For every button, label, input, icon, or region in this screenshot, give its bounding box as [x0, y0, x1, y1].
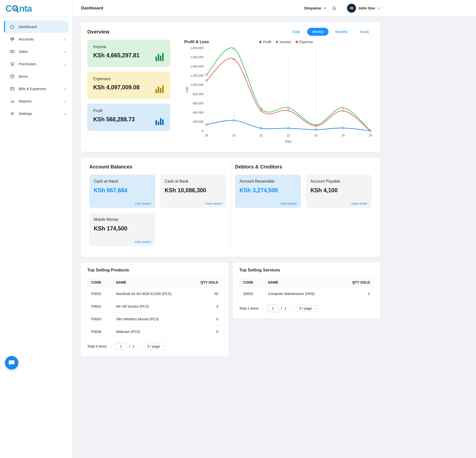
- cell-code: P0003: [87, 313, 112, 326]
- report-icon: [9, 98, 15, 104]
- view-detail-link[interactable]: View detail›: [134, 239, 152, 244]
- scales-icon: [9, 36, 15, 42]
- page-input[interactable]: [115, 343, 127, 350]
- user-menu[interactable]: JD John Doe: [347, 4, 380, 13]
- sidebar-item-sales[interactable]: Sales ›: [4, 45, 68, 58]
- sidebar-item-dashboard[interactable]: Dashboard: [4, 21, 68, 33]
- total-pages: 1: [284, 306, 286, 310]
- bar-chart-icon: [155, 85, 164, 94]
- balance-tile-mobile-money: Mobile Money KSh 174,500 View detail›: [89, 213, 155, 246]
- bill-icon: [9, 86, 15, 92]
- cell-qty: 50: [191, 288, 222, 300]
- svg-text:21: 21: [260, 134, 263, 137]
- notifications-button[interactable]: [331, 5, 337, 11]
- svg-text:1,800,000: 1,800,000: [190, 46, 204, 50]
- page-divider: /: [281, 306, 282, 310]
- table-header-row: CODE NAME QTY SOLD: [87, 277, 222, 288]
- user-name: John Doe: [358, 6, 375, 10]
- topbar-actions: Shopwise JD John Doe: [304, 4, 380, 13]
- stat-value: KSh 4,097,009.08: [93, 84, 164, 91]
- column-header-code: CODE: [239, 277, 264, 288]
- svg-text:23: 23: [314, 134, 318, 137]
- chevron-down-icon: ▾: [314, 307, 316, 310]
- svg-text:0: 0: [202, 129, 204, 133]
- app-root: C nta Dashboard: [0, 0, 476, 458]
- next-page-button[interactable]: ›: [289, 306, 292, 311]
- chevron-right-icon: ›: [367, 201, 368, 205]
- stat-label: Income: [93, 45, 164, 49]
- chart-title: Profit & Loss: [184, 40, 209, 44]
- account-balances-title: Account Balances: [89, 164, 226, 170]
- overview-title: Overview: [87, 29, 109, 35]
- page-size-select[interactable]: 5 / page ▾: [144, 343, 167, 350]
- view-detail-link[interactable]: View detail›: [134, 201, 152, 205]
- sidebar-item-items[interactable]: Items: [4, 70, 68, 82]
- legend-expense: Expense: [296, 40, 313, 44]
- svg-text:1,600,000: 1,600,000: [190, 56, 204, 59]
- products-pagination: Total 4 items ‹ / 1 › 5 / page ▾: [87, 343, 222, 350]
- bar-chart-icon: [155, 53, 164, 62]
- balances-card: Account Balances Cash at Hand KSh 667,68…: [81, 158, 380, 257]
- tab-weekly[interactable]: Weekly: [307, 28, 328, 36]
- prev-page-button[interactable]: ‹: [110, 344, 113, 349]
- company-selector[interactable]: Shopwise: [304, 6, 327, 10]
- home-icon: [9, 24, 15, 30]
- cell-code: S0002: [239, 288, 264, 300]
- table-row: P0001 HP 24f Screen (PCS) 4: [87, 300, 222, 313]
- sidebar-item-label: Reports: [19, 99, 64, 103]
- bar-chart-icon: [155, 117, 164, 126]
- stat-value: KSh 568,288.73: [93, 116, 164, 123]
- sidebar-item-reports[interactable]: Reports ›: [4, 95, 68, 107]
- view-detail-link[interactable]: View detail›: [280, 201, 298, 205]
- svg-text:19: 19: [205, 134, 208, 137]
- profit-stat-card: Profit KSh 568,288.73: [87, 104, 170, 131]
- table-header-row: CODE NAME QTY SOLD: [239, 277, 374, 288]
- chat-widget-button[interactable]: [5, 356, 18, 369]
- legend-dot-expense: [296, 41, 298, 43]
- sidebar-item-bills-expenses[interactable]: Bills & Expenses ›: [4, 83, 68, 95]
- period-tabs: Daily Weekly Monthly Yearly: [288, 28, 374, 36]
- cell-name: HP 24f Screen (PCS): [112, 300, 191, 313]
- cash-icon: [9, 49, 15, 54]
- svg-text:200,000: 200,000: [193, 120, 204, 124]
- tab-yearly[interactable]: Yearly: [355, 28, 374, 36]
- sidebar-item-accounts[interactable]: Accounts ›: [4, 33, 68, 45]
- chevron-right-icon: ›: [296, 201, 298, 205]
- expenses-stat-card: Expenses KSh 4,097,009.08: [87, 72, 170, 99]
- overview-card: Overview Daily Weekly Monthly Yearly Inc…: [81, 22, 380, 152]
- page-size-select[interactable]: 5 / page ▾: [296, 305, 319, 312]
- chevron-down-icon: [377, 7, 380, 9]
- magnifier-chart-icon: [12, 5, 19, 13]
- view-detail-link[interactable]: View detail›: [351, 201, 368, 205]
- view-detail-link[interactable]: View detail›: [205, 201, 223, 205]
- cell-qty: 4: [191, 300, 222, 313]
- topbar-divider: [342, 5, 342, 11]
- next-page-button[interactable]: ›: [137, 344, 140, 349]
- chevron-down-icon: [324, 7, 327, 9]
- tab-monthly[interactable]: Monthly: [330, 28, 353, 36]
- prev-page-button[interactable]: ‹: [262, 306, 265, 311]
- column-header-name: NAME: [264, 277, 343, 288]
- legend-income: Income: [276, 40, 291, 44]
- legend-dot-income: [276, 41, 278, 43]
- svg-text:1,200,000: 1,200,000: [190, 74, 204, 77]
- column-header-name: NAME: [112, 277, 191, 288]
- chevron-right-icon: ›: [64, 37, 66, 42]
- sidebar-item-settings[interactable]: Settings ›: [4, 107, 68, 120]
- topbar: Dashboard Shopwise JD John Doe: [73, 0, 476, 16]
- tab-daily[interactable]: Daily: [288, 28, 305, 36]
- legend-profit: Profit: [259, 40, 271, 44]
- page-input[interactable]: [267, 305, 279, 312]
- chevron-right-icon: ›: [64, 62, 66, 66]
- chevron-right-icon: ›: [150, 239, 152, 244]
- income-stat-card: Income KSh 4,665,297.81: [87, 40, 170, 67]
- balance-tile-account-payable: Account Payable KSh 4,100 View detail›: [306, 175, 372, 208]
- table-row: P0003 Slim Wireless Mouse (PCS) 0: [87, 313, 222, 326]
- sidebar-item-purchases[interactable]: Purchases ›: [4, 58, 68, 70]
- cell-name: MacBook Air M1 8GB 512GB (PCS): [112, 288, 191, 300]
- main-area: Dashboard Shopwise JD John Doe: [73, 0, 476, 458]
- cell-name: Slim Wireless Mouse (PCS): [112, 313, 191, 326]
- balance-tile-cash-at-hand: Cash at Hand KSh 667,684 View detail›: [89, 175, 155, 208]
- bell-icon: [331, 5, 337, 11]
- balance-tile-account-receivable: Account Receivable KSh 3,274,500 View de…: [235, 175, 301, 208]
